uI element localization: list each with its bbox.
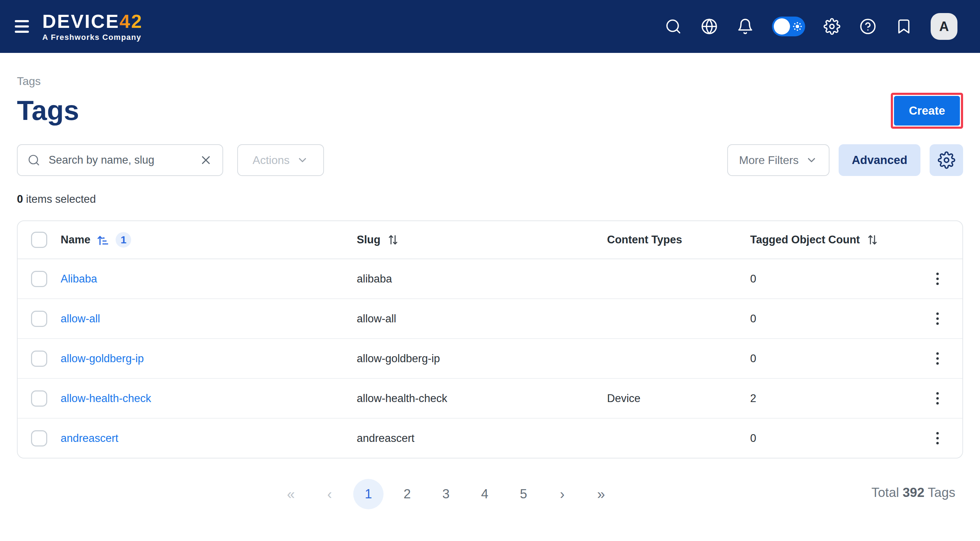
row-menu-icon[interactable] xyxy=(933,349,942,368)
table-row: Alibaba alibaba 0 xyxy=(18,259,963,299)
actions-dropdown[interactable]: Actions xyxy=(237,144,324,176)
row-checkbox[interactable] xyxy=(31,271,47,287)
tag-name-link[interactable]: allow-goldberg-ip xyxy=(60,352,144,365)
pagination-next-button[interactable]: › xyxy=(547,479,578,509)
pagination-page-4[interactable]: 4 xyxy=(469,479,500,509)
logo-subtitle: A Freshworks Company xyxy=(42,34,143,41)
tag-slug: allow-goldberg-ip xyxy=(357,352,607,365)
total-count: Total 392 Tags xyxy=(872,485,955,500)
tag-object-count: 0 xyxy=(750,273,920,285)
tag-slug: andreascert xyxy=(357,432,607,445)
table-settings-button[interactable] xyxy=(929,144,963,176)
top-nav: DEVICE42 A Freshworks Company xyxy=(0,0,980,53)
pagination-prev-button[interactable]: ‹ xyxy=(315,479,345,509)
table-row: allow-all allow-all 0 xyxy=(18,299,963,339)
tag-object-count: 0 xyxy=(750,313,920,325)
pagination-page-3[interactable]: 3 xyxy=(431,479,461,509)
tag-content-types: Device xyxy=(607,392,750,405)
help-icon[interactable] xyxy=(859,17,877,36)
column-header-name[interactable]: Name 1 xyxy=(60,232,357,247)
theme-toggle[interactable] xyxy=(772,17,805,36)
tag-object-count: 0 xyxy=(750,432,920,445)
sort-updown-icon xyxy=(386,233,400,247)
column-header-slug[interactable]: Slug xyxy=(357,233,607,247)
tag-slug: allow-health-check xyxy=(357,392,607,405)
row-checkbox[interactable] xyxy=(31,430,47,447)
select-all-checkbox[interactable] xyxy=(31,232,47,248)
more-filters-label: More Filters xyxy=(739,154,799,167)
chevron-down-icon xyxy=(296,154,309,166)
search-input-icon xyxy=(27,154,40,166)
row-checkbox[interactable] xyxy=(31,311,47,327)
tag-object-count: 0 xyxy=(750,352,920,365)
row-menu-icon[interactable] xyxy=(933,428,942,448)
sort-updown-icon xyxy=(865,233,880,247)
page-title: Tags xyxy=(17,96,79,126)
notifications-bell-icon[interactable] xyxy=(736,17,754,36)
selection-summary: 0 items selected xyxy=(17,193,963,206)
bookmark-icon[interactable] xyxy=(895,17,913,36)
table-header-row: Name 1 Slug Content Types xyxy=(18,221,963,259)
pagination-last-button[interactable]: » xyxy=(586,479,616,509)
breadcrumb: Tags xyxy=(17,75,963,88)
tag-name-link[interactable]: andreascert xyxy=(60,432,118,445)
clear-search-icon[interactable] xyxy=(199,153,213,167)
pagination-page-1[interactable]: 1 xyxy=(353,479,383,509)
tag-name-link[interactable]: allow-health-check xyxy=(60,392,151,405)
row-checkbox[interactable] xyxy=(31,390,47,407)
column-header-content-types: Content Types xyxy=(607,233,750,246)
actions-label: Actions xyxy=(253,154,290,167)
gear-icon xyxy=(938,151,955,169)
pagination-page-5[interactable]: 5 xyxy=(508,479,539,509)
advanced-button[interactable]: Advanced xyxy=(838,144,920,176)
tag-slug: allow-all xyxy=(357,313,607,325)
tag-name-link[interactable]: Alibaba xyxy=(60,273,97,285)
pagination: « ‹ 1 2 3 4 5 › » xyxy=(276,479,616,509)
sun-icon xyxy=(792,21,803,32)
pagination-first-button[interactable]: « xyxy=(276,479,306,509)
user-avatar[interactable]: A xyxy=(931,13,958,40)
toggle-knob xyxy=(774,18,790,35)
logo-42: 42 xyxy=(119,11,143,32)
create-button[interactable]: Create xyxy=(894,96,960,126)
sort-ascending-icon xyxy=(96,233,110,247)
tag-slug: alibaba xyxy=(357,273,607,285)
settings-gear-icon[interactable] xyxy=(823,17,841,36)
sort-priority-badge: 1 xyxy=(116,232,131,247)
search-icon[interactable] xyxy=(664,17,682,36)
total-count-number: 392 xyxy=(902,485,924,500)
table-row: allow-goldberg-ip allow-goldberg-ip 0 xyxy=(18,339,963,379)
tag-object-count: 2 xyxy=(750,392,920,405)
column-header-tagged-object-count[interactable]: Tagged Object Count xyxy=(750,233,920,247)
device42-logo: DEVICE42 A Freshworks Company xyxy=(42,12,143,41)
row-menu-icon[interactable] xyxy=(933,269,942,289)
row-menu-icon[interactable] xyxy=(933,389,942,408)
tags-table: Name 1 Slug Content Types xyxy=(17,220,963,458)
create-button-highlight: Create xyxy=(891,93,963,129)
search-input[interactable] xyxy=(48,153,191,167)
globe-icon[interactable] xyxy=(700,17,718,36)
selection-count: 0 xyxy=(17,193,23,205)
row-checkbox[interactable] xyxy=(31,351,47,367)
more-filters-dropdown[interactable]: More Filters xyxy=(727,144,829,176)
logo-text: DEVIC xyxy=(42,11,106,32)
table-row: andreascert andreascert 0 xyxy=(18,419,963,458)
search-box xyxy=(17,144,223,176)
row-menu-icon[interactable] xyxy=(933,309,942,328)
chevron-down-icon xyxy=(805,154,818,166)
table-row: allow-health-check allow-health-check De… xyxy=(18,379,963,419)
pagination-page-2[interactable]: 2 xyxy=(392,479,422,509)
hamburger-menu-icon[interactable] xyxy=(15,20,29,33)
tag-name-link[interactable]: allow-all xyxy=(60,313,100,325)
